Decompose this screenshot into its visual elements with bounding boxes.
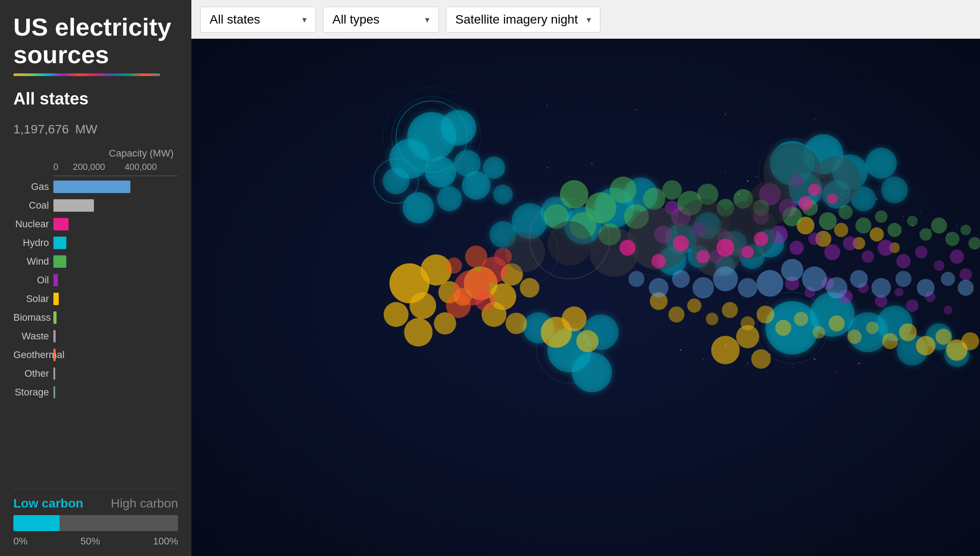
bar-track-coal	[53, 199, 178, 212]
svg-point-127	[899, 323, 917, 341]
svg-point-220	[802, 266, 827, 291]
svg-point-118	[741, 316, 755, 330]
svg-point-223	[871, 278, 891, 298]
bar-row-waste: Waste	[13, 329, 178, 343]
bar-row-nuclear: Nuclear	[13, 217, 178, 231]
bar-fill-oil	[53, 274, 58, 286]
svg-point-230	[446, 293, 471, 318]
svg-point-222	[850, 270, 868, 288]
toolbar: All states ▾ All types ▾ Satellite image…	[191, 0, 980, 39]
svg-point-164	[944, 306, 952, 314]
svg-point-196	[505, 232, 545, 272]
svg-point-233	[494, 248, 512, 266]
svg-point-102	[562, 306, 587, 331]
svg-point-189	[945, 232, 960, 246]
svg-point-207	[741, 246, 754, 258]
svg-point-129	[935, 329, 952, 345]
map-svg	[191, 39, 980, 556]
svg-point-23	[792, 367, 793, 368]
axis-line	[53, 176, 178, 176]
carbon-bar-fill	[13, 515, 60, 531]
bar-row-geothermal: Geothermal	[13, 348, 178, 362]
svg-point-10	[725, 172, 726, 173]
bar-row-coal: Coal	[13, 198, 178, 213]
bar-track-solar	[53, 293, 178, 305]
bar-track-other	[53, 367, 178, 380]
svg-point-217	[672, 270, 690, 288]
carbon-axis: 0% 50% 100%	[13, 536, 178, 547]
svg-point-151	[915, 246, 927, 258]
svg-point-125	[866, 322, 879, 334]
svg-point-115	[687, 298, 701, 313]
map-chevron-icon: ▾	[587, 14, 591, 25]
svg-point-25	[836, 372, 837, 373]
carbon-bar-track	[13, 515, 178, 531]
bar-label-other: Other	[13, 368, 53, 379]
svg-point-131	[961, 332, 979, 350]
carbon-axis-start: 0%	[13, 536, 28, 547]
svg-point-45	[425, 157, 456, 188]
capacity-number: 1,197,676	[13, 122, 69, 136]
svg-point-26	[859, 363, 860, 364]
svg-point-121	[794, 312, 808, 326]
bar-track-nuclear	[53, 218, 178, 230]
bar-label-oil: Oil	[13, 274, 53, 286]
svg-point-13	[591, 163, 593, 164]
map-type-dropdown[interactable]: Satellite imagery night ▾	[446, 7, 600, 32]
bar-row-other: Other	[13, 367, 178, 381]
svg-point-104	[711, 336, 740, 364]
svg-point-116	[706, 313, 718, 325]
svg-point-190	[960, 225, 971, 235]
svg-point-213	[781, 259, 803, 281]
bar-label-hydro: Hydro	[13, 237, 53, 249]
svg-point-126	[882, 333, 898, 349]
svg-point-109	[834, 223, 848, 237]
axis-tick-400k: 400,000	[125, 162, 157, 172]
types-dropdown[interactable]: All types ▾	[323, 7, 439, 32]
svg-point-91	[384, 302, 409, 327]
svg-point-120	[775, 320, 791, 336]
bar-label-waste: Waste	[13, 330, 53, 342]
bar-label-wind: Wind	[13, 256, 53, 267]
capacity-unit: MW	[75, 122, 97, 136]
svg-point-27	[903, 216, 904, 217]
svg-point-145	[808, 233, 821, 245]
map-type-label: Satellite imagery night	[455, 12, 578, 27]
bar-track-biomass	[53, 311, 178, 324]
svg-point-216	[692, 277, 714, 298]
bar-fill-hydro	[53, 237, 66, 249]
svg-point-173	[662, 180, 682, 200]
bars-container: GasCoalNuclearHydroWindOilSolarBiomassWa…	[13, 180, 178, 399]
bar-track-waste	[53, 330, 178, 342]
svg-point-186	[907, 216, 918, 226]
bar-row-oil: Oil	[13, 273, 178, 287]
svg-point-36	[636, 109, 637, 111]
svg-point-150	[896, 254, 911, 268]
states-dropdown[interactable]: All states ▾	[200, 7, 316, 32]
bar-label-gas: Gas	[13, 181, 53, 193]
axis-tick-0: 0	[53, 162, 58, 172]
svg-point-1	[747, 181, 749, 182]
svg-point-152	[934, 260, 944, 271]
bar-label-storage: Storage	[13, 387, 53, 398]
svg-point-153	[950, 250, 964, 264]
sidebar: US electricity sources All states 1,197,…	[0, 0, 191, 556]
svg-point-9	[876, 198, 878, 200]
bar-fill-nuclear	[53, 218, 69, 230]
svg-point-63	[572, 352, 612, 392]
chart-axis-label: Capacity (MW)	[13, 148, 178, 159]
capacity-value: 1,197,676 MW	[13, 112, 97, 139]
svg-point-218	[649, 278, 668, 298]
svg-point-100	[506, 313, 527, 334]
bar-label-solar: Solar	[13, 293, 53, 305]
svg-point-144	[790, 241, 804, 255]
chart-area: Capacity (MW) 0 200,000 400,000 GasCoalN…	[13, 148, 178, 478]
svg-point-167	[560, 180, 588, 209]
types-chevron-icon: ▾	[425, 14, 429, 25]
svg-point-29	[921, 212, 922, 213]
svg-point-224	[895, 271, 911, 287]
svg-point-21	[747, 363, 748, 364]
app-title: US electricity sources	[13, 13, 178, 68]
svg-point-172	[643, 188, 665, 210]
svg-point-34	[547, 105, 548, 106]
